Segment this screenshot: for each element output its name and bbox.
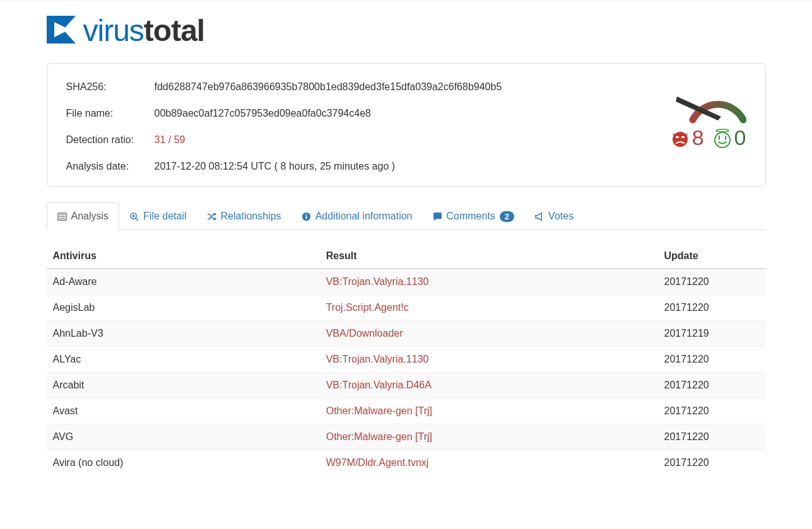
- tab-bar: Analysis File detail Relationships Addit…: [47, 202, 766, 230]
- filename-label: File name:: [66, 108, 155, 119]
- svg-rect-7: [681, 136, 685, 138]
- tab-relationships-label: Relationships: [221, 211, 281, 222]
- detection-result: Other:Malware-gen [Trj]: [320, 398, 658, 424]
- update-date: 20171220: [657, 424, 765, 450]
- antivirus-name: AhnLab-V3: [47, 321, 320, 347]
- gauge-icon: [620, 85, 746, 129]
- info-icon: [302, 212, 311, 221]
- svg-point-8: [716, 129, 729, 132]
- col-antivirus: Antivirus: [47, 244, 320, 269]
- antivirus-name: AVG: [47, 424, 320, 450]
- update-date: 20171220: [657, 373, 765, 398]
- tab-analysis[interactable]: Analysis: [47, 202, 120, 230]
- detection-result: W97M/Dldr.Agent.tvnxj: [320, 450, 658, 476]
- svg-point-3: [673, 132, 688, 147]
- detection-ratio-value: 31 / 59: [155, 134, 185, 146]
- tab-relationships[interactable]: Relationships: [197, 202, 291, 230]
- detection-ratio-label: Detection ratio:: [66, 134, 155, 146]
- comment-icon: [433, 212, 442, 221]
- antivirus-name: Ad-Aware: [47, 269, 320, 295]
- detection-result: VB:Trojan.Valyria.1130: [320, 269, 658, 295]
- antivirus-name: ALYac: [47, 347, 320, 373]
- tab-file-detail[interactable]: File detail: [119, 202, 196, 230]
- tab-analysis-label: Analysis: [71, 211, 109, 222]
- col-update: Update: [657, 244, 765, 269]
- file-summary-panel: SHA256: fdd6288747eb976a863966935b7800b1…: [47, 63, 766, 187]
- table-row: ALYacVB:Trojan.Valyria.113020171220: [47, 347, 766, 373]
- detection-result: VBA/Downloader: [320, 321, 658, 347]
- results-table: Antivirus Result Update Ad-AwareVB:Troja…: [47, 244, 766, 475]
- table-row: Ad-AwareVB:Trojan.Valyria.113020171220: [47, 269, 766, 295]
- svg-line-17: [136, 218, 138, 221]
- detection-result: Troj.Script.Agent!c: [320, 295, 658, 321]
- update-date: 20171220: [657, 347, 765, 373]
- col-result: Result: [320, 244, 658, 269]
- tab-file-detail-label: File detail: [143, 211, 186, 222]
- update-date: 20171220: [657, 295, 765, 321]
- svg-rect-21: [305, 216, 307, 219]
- table-row: AVGOther:Malware-gen [Trj]20171220: [47, 424, 766, 450]
- antivirus-name: Avast: [47, 398, 320, 424]
- table-row: AhnLab-V3VBA/Downloader20171219: [47, 321, 766, 347]
- table-row: AvastOther:Malware-gen [Trj]20171220: [47, 398, 766, 424]
- logo-text: virustotal: [83, 13, 205, 48]
- update-date: 20171219: [657, 321, 765, 347]
- antivirus-name: AegisLab: [47, 295, 320, 321]
- svg-rect-6: [676, 136, 679, 138]
- detection-result: VB:Trojan.Valyria.D46A: [320, 373, 658, 398]
- filename-value: 00b89aec0af127c057953ed09ea0fa0c3794c4e8: [155, 108, 371, 119]
- update-date: 20171220: [657, 269, 765, 295]
- tab-comments-label: Comments: [447, 211, 495, 222]
- table-row: AegisLabTroj.Script.Agent!c20171220: [47, 295, 766, 321]
- update-date: 20171220: [657, 398, 765, 424]
- detection-result: Other:Malware-gen [Trj]: [320, 424, 658, 450]
- tab-comments[interactable]: Comments 2: [423, 202, 525, 230]
- detection-result: VB:Trojan.Valyria.1130: [320, 347, 658, 373]
- sha256-label: SHA256:: [66, 81, 155, 93]
- svg-point-9: [715, 132, 730, 148]
- shuffle-icon: [207, 212, 216, 221]
- analysis-date-value: 2017-12-20 08:12:54 UTC ( 8 hours, 25 mi…: [155, 161, 396, 172]
- sha256-value: fdd6288747eb976a863966935b7800b1ed839ded…: [155, 81, 502, 93]
- tab-additional-info[interactable]: Additional information: [291, 202, 423, 230]
- antivirus-name: Avira (no cloud): [47, 450, 320, 476]
- logo-icon: [47, 16, 79, 46]
- tab-votes-label: Votes: [548, 211, 574, 222]
- antivirus-name: Arcabit: [47, 373, 320, 398]
- analysis-date-label: Analysis date:: [66, 161, 155, 172]
- tab-votes[interactable]: Votes: [524, 202, 584, 230]
- table-row: Avira (no cloud)W97M/Dldr.Agent.tvnxj201…: [47, 450, 766, 476]
- brand-logo[interactable]: virustotal: [47, 13, 766, 48]
- list-icon: [57, 212, 67, 221]
- table-row: ArcabitVB:Trojan.Valyria.D46A20171220: [47, 373, 766, 398]
- megaphone-icon: [534, 212, 544, 221]
- update-date: 20171220: [657, 450, 765, 476]
- zoom-icon: [129, 212, 139, 221]
- tab-additional-info-label: Additional information: [315, 211, 413, 222]
- svg-rect-22: [305, 214, 307, 215]
- comments-count-badge: 2: [500, 211, 514, 222]
